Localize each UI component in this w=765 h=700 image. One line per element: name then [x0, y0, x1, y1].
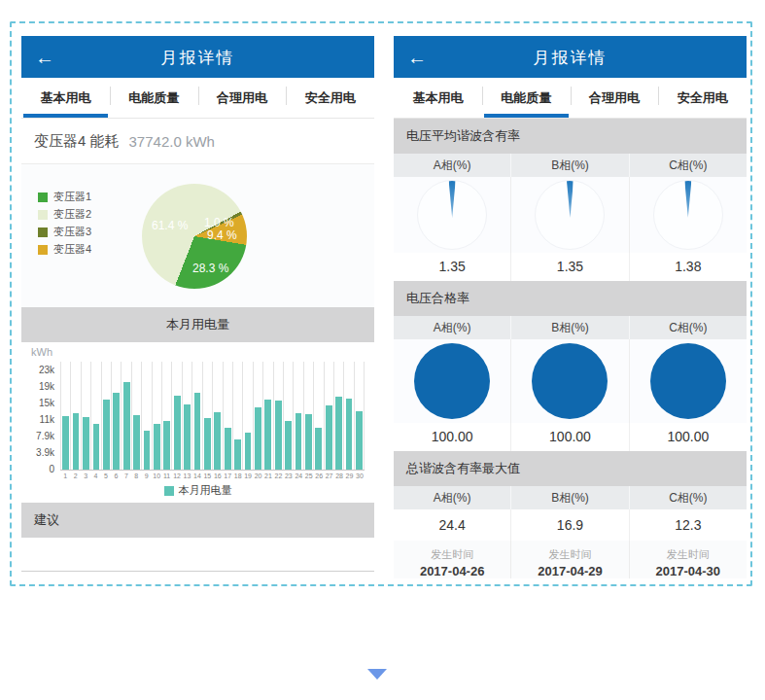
x-tick-label: 25 [304, 471, 314, 482]
phase-header: C相(%) [630, 316, 747, 339]
section-3-values: 24.416.912.3 [394, 509, 747, 541]
legend-swatch [38, 228, 48, 237]
legend-swatch [38, 245, 48, 255]
occurrence-date-cell: 发生时间2017-04-26 [394, 541, 511, 578]
bar-chart-x-axis: 1234567891011121314151617181920212223242… [60, 471, 365, 482]
x-tick-label: 13 [182, 471, 191, 482]
x-tick-label: 4 [90, 471, 100, 482]
bar-day-23 [285, 421, 292, 470]
bar-column-day-29 [344, 362, 354, 470]
bar-column-day-12 [172, 362, 182, 470]
suggestion-empty-area [21, 538, 374, 571]
occurrence-time-label: 发生时间 [511, 547, 628, 562]
x-tick-label: 23 [284, 471, 294, 482]
bar-column-day-3 [82, 362, 91, 470]
legend-label: 变压器3 [53, 225, 91, 239]
section-1-phase-headers: A相(%)B相(%)C相(%) [394, 154, 747, 177]
left-tab-2[interactable]: 电能质量 [110, 78, 198, 118]
transformer-energy-row: 变压器4 能耗 37742.0 kWh [21, 119, 374, 163]
y-tick-label: 15k [39, 399, 54, 408]
y-tick-label: 3.9k [36, 448, 54, 458]
left-app-header: ← 月报详情 [21, 36, 374, 78]
page-title: 月报详情 [394, 46, 747, 68]
section-2-values: 100.00100.00100.00 [394, 423, 747, 451]
x-tick-label: 15 [202, 471, 212, 482]
bar-chart-legend: 本月用电量 [21, 482, 374, 499]
x-tick-label: 3 [81, 471, 90, 482]
section-2-charts [394, 339, 747, 423]
gauge-needle-icon [449, 181, 456, 218]
y-tick-label: 19k [39, 382, 54, 392]
right-tab-2[interactable]: 电能质量 [482, 78, 571, 118]
right-tab-3[interactable]: 合理用电 [571, 78, 659, 118]
chart-cell [394, 339, 511, 423]
pie-legend-item: 变压器1 [38, 190, 91, 204]
bar-day-2 [73, 413, 80, 470]
x-tick-label: 19 [243, 471, 253, 482]
transformer-pie-chart: 61.4 %1.0 %9.4 %28.3 % [142, 184, 247, 289]
x-tick-label: 27 [324, 471, 333, 482]
x-tick-label: 12 [172, 471, 182, 482]
left-screen-basic-power: ← 月报详情 基本用电电能质量合理用电安全用电 变压器4 能耗 37742.0 … [21, 36, 374, 572]
y-tick-label: 7.9k [36, 432, 54, 441]
bar-day-14 [194, 393, 201, 470]
phase-header: A相(%) [394, 316, 511, 339]
bar-chart-unit-label: kWh [21, 342, 374, 362]
phase-value: 100.00 [630, 423, 747, 451]
bar-column-day-25 [304, 362, 314, 470]
bar-column-day-17 [224, 362, 233, 470]
section-2-phase-headers: A相(%)B相(%)C相(%) [394, 316, 747, 339]
chart-cell [511, 177, 629, 253]
transformer-energy-value: 37742.0 kWh [129, 133, 215, 150]
x-tick-label: 11 [161, 471, 171, 482]
occurrence-date: 2017-04-30 [630, 564, 747, 578]
section-3-phase-headers: A相(%)B相(%)C相(%) [394, 486, 747, 509]
bar-day-27 [326, 405, 332, 470]
legend-label: 变压器2 [53, 207, 91, 222]
qualified-rate-circle-chart [532, 343, 608, 419]
occurrence-date: 2017-04-26 [394, 564, 510, 578]
bar-chart-plot [60, 362, 365, 471]
bar-day-16 [214, 412, 221, 470]
bar-column-day-15 [203, 362, 213, 470]
left-tab-1[interactable]: 基本用电 [21, 78, 110, 118]
x-tick-label: 8 [131, 471, 141, 482]
bar-day-15 [204, 418, 211, 470]
bar-day-28 [335, 397, 342, 470]
right-tab-1[interactable]: 基本用电 [394, 78, 482, 118]
right-app-header: ← 月报详情 [394, 36, 747, 78]
x-tick-label: 7 [122, 471, 131, 482]
harmonic-gauge-chart [417, 180, 487, 250]
left-tab-4[interactable]: 安全用电 [286, 78, 374, 118]
right-tab-4[interactable]: 安全用电 [658, 78, 747, 118]
bar-day-17 [225, 428, 231, 470]
bar-column-day-9 [142, 362, 152, 470]
bar-column-day-4 [91, 362, 101, 470]
phase-value: 24.4 [394, 509, 511, 541]
bar-column-day-27 [325, 362, 334, 470]
bar-column-day-14 [192, 362, 202, 470]
phase-value: 12.3 [630, 509, 747, 541]
bar-column-day-21 [263, 362, 273, 470]
bar-day-12 [174, 396, 181, 470]
bar-column-day-20 [254, 362, 263, 470]
x-tick-label: 9 [142, 471, 152, 482]
section-band-3: 总谐波含有率最大值 [394, 451, 747, 486]
occurrence-date: 2017-04-29 [511, 564, 628, 578]
x-tick-label: 18 [232, 471, 242, 482]
qualified-rate-circle-chart [414, 343, 490, 419]
bar-column-day-30 [355, 362, 365, 470]
bar-column-day-26 [314, 362, 324, 470]
occurrence-date-cell: 发生时间2017-04-29 [511, 541, 629, 578]
phase-header: C相(%) [630, 154, 747, 177]
bar-column-day-23 [284, 362, 294, 470]
phase-value: 1.35 [511, 253, 629, 281]
bar-day-1 [62, 416, 69, 471]
pie-legend: 变压器1变压器2变压器3变压器4 [38, 190, 91, 260]
transformer-pie-chart-area: 变压器1变压器2变压器3变压器4 61.4 %1.0 %9.4 %28.3 % [21, 163, 374, 307]
suggestion-band: 建议 [21, 503, 374, 538]
bar-day-30 [356, 411, 363, 470]
x-tick-label: 24 [294, 471, 303, 482]
left-tab-3[interactable]: 合理用电 [198, 78, 287, 118]
pie-legend-item: 变压器4 [38, 242, 91, 257]
